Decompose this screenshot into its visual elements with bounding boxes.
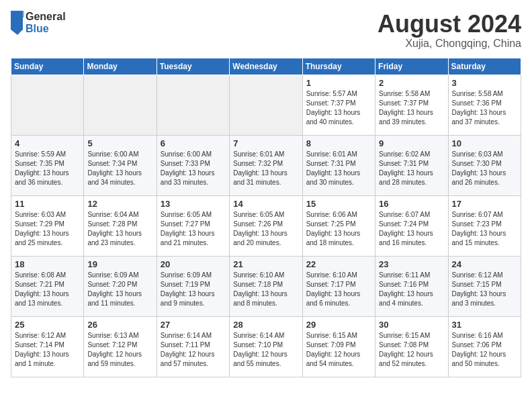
calendar-week-5: 25Sunrise: 6:12 AM Sunset: 7:14 PM Dayli… xyxy=(11,316,521,377)
calendar-cell: 31Sunrise: 6:16 AM Sunset: 7:06 PM Dayli… xyxy=(448,316,521,377)
logo: General Blue xyxy=(11,11,66,35)
day-info: Sunrise: 5:58 AM Sunset: 7:36 PM Dayligh… xyxy=(452,89,517,127)
day-number: 18 xyxy=(15,259,80,269)
day-number: 14 xyxy=(233,199,298,209)
weekday-header-friday: Friday xyxy=(375,58,448,75)
calendar-week-4: 18Sunrise: 6:08 AM Sunset: 7:21 PM Dayli… xyxy=(11,256,521,316)
day-number: 2 xyxy=(379,78,444,88)
calendar-cell: 26Sunrise: 6:13 AM Sunset: 7:12 PM Dayli… xyxy=(84,316,157,377)
day-info: Sunrise: 6:05 AM Sunset: 7:27 PM Dayligh… xyxy=(161,210,226,248)
day-number: 24 xyxy=(452,259,517,269)
calendar-cell: 6Sunrise: 6:00 AM Sunset: 7:33 PM Daylig… xyxy=(157,135,229,195)
calendar-cell: 1Sunrise: 5:57 AM Sunset: 7:37 PM Daylig… xyxy=(302,75,375,135)
calendar-cell: 18Sunrise: 6:08 AM Sunset: 7:21 PM Dayli… xyxy=(11,256,84,316)
day-info: Sunrise: 6:01 AM Sunset: 7:32 PM Dayligh… xyxy=(233,150,298,187)
day-info: Sunrise: 6:04 AM Sunset: 7:28 PM Dayligh… xyxy=(87,210,152,248)
calendar-cell: 8Sunrise: 6:01 AM Sunset: 7:31 PM Daylig… xyxy=(302,135,375,195)
calendar-cell: 13Sunrise: 6:05 AM Sunset: 7:27 PM Dayli… xyxy=(157,195,229,256)
calendar-cell xyxy=(230,75,302,135)
day-info: Sunrise: 6:09 AM Sunset: 7:19 PM Dayligh… xyxy=(161,271,226,308)
calendar-cell: 20Sunrise: 6:09 AM Sunset: 7:19 PM Dayli… xyxy=(157,256,229,316)
weekday-header-thursday: Thursday xyxy=(302,58,375,75)
day-number: 10 xyxy=(452,138,517,148)
calendar-cell: 2Sunrise: 5:58 AM Sunset: 7:37 PM Daylig… xyxy=(375,75,448,135)
day-info: Sunrise: 6:12 AM Sunset: 7:14 PM Dayligh… xyxy=(15,331,80,369)
calendar-cell: 15Sunrise: 6:06 AM Sunset: 7:25 PM Dayli… xyxy=(302,195,375,256)
calendar-cell: 10Sunrise: 6:03 AM Sunset: 7:30 PM Dayli… xyxy=(448,135,521,195)
day-info: Sunrise: 6:07 AM Sunset: 7:23 PM Dayligh… xyxy=(452,210,517,248)
weekday-header-wednesday: Wednesday xyxy=(230,58,302,75)
calendar-cell: 22Sunrise: 6:10 AM Sunset: 7:17 PM Dayli… xyxy=(302,256,375,316)
day-number: 13 xyxy=(161,199,226,209)
day-info: Sunrise: 6:15 AM Sunset: 7:08 PM Dayligh… xyxy=(379,331,444,369)
calendar-cell: 19Sunrise: 6:09 AM Sunset: 7:20 PM Dayli… xyxy=(84,256,157,316)
calendar-body: 1Sunrise: 5:57 AM Sunset: 7:37 PM Daylig… xyxy=(11,75,521,377)
day-number: 12 xyxy=(87,199,152,209)
calendar-cell: 28Sunrise: 6:14 AM Sunset: 7:10 PM Dayli… xyxy=(230,316,302,377)
weekday-header-monday: Monday xyxy=(84,58,157,75)
logo-general: General xyxy=(26,11,66,23)
day-info: Sunrise: 5:58 AM Sunset: 7:37 PM Dayligh… xyxy=(379,89,444,127)
day-number: 31 xyxy=(452,320,517,330)
day-number: 20 xyxy=(161,259,226,269)
calendar-cell: 23Sunrise: 6:11 AM Sunset: 7:16 PM Dayli… xyxy=(375,256,448,316)
svg-marker-1 xyxy=(19,11,24,17)
calendar-cell: 30Sunrise: 6:15 AM Sunset: 7:08 PM Dayli… xyxy=(375,316,448,377)
location: Xujia, Chongqing, China xyxy=(378,38,521,50)
calendar-cell xyxy=(11,75,84,135)
calendar-cell: 17Sunrise: 6:07 AM Sunset: 7:23 PM Dayli… xyxy=(448,195,521,256)
day-info: Sunrise: 6:09 AM Sunset: 7:20 PM Dayligh… xyxy=(87,271,152,308)
day-number: 30 xyxy=(379,320,444,330)
day-info: Sunrise: 6:14 AM Sunset: 7:11 PM Dayligh… xyxy=(161,331,226,369)
day-number: 8 xyxy=(306,138,371,148)
calendar-cell: 16Sunrise: 6:07 AM Sunset: 7:24 PM Dayli… xyxy=(375,195,448,256)
day-info: Sunrise: 6:15 AM Sunset: 7:09 PM Dayligh… xyxy=(306,331,371,369)
day-info: Sunrise: 6:05 AM Sunset: 7:26 PM Dayligh… xyxy=(233,210,298,248)
calendar-cell: 5Sunrise: 6:00 AM Sunset: 7:34 PM Daylig… xyxy=(84,135,157,195)
weekday-header-sunday: Sunday xyxy=(11,58,84,75)
day-info: Sunrise: 6:16 AM Sunset: 7:06 PM Dayligh… xyxy=(452,331,517,369)
day-info: Sunrise: 5:57 AM Sunset: 7:37 PM Dayligh… xyxy=(306,89,371,127)
day-info: Sunrise: 6:03 AM Sunset: 7:30 PM Dayligh… xyxy=(452,150,517,187)
day-number: 9 xyxy=(379,138,444,148)
calendar-week-3: 11Sunrise: 6:03 AM Sunset: 7:29 PM Dayli… xyxy=(11,195,521,256)
month-title: August 2024 xyxy=(378,11,521,38)
day-number: 21 xyxy=(233,259,298,269)
day-info: Sunrise: 6:10 AM Sunset: 7:17 PM Dayligh… xyxy=(306,271,371,308)
day-number: 16 xyxy=(379,199,444,209)
calendar-cell: 9Sunrise: 6:02 AM Sunset: 7:31 PM Daylig… xyxy=(375,135,448,195)
calendar-cell xyxy=(157,75,229,135)
day-info: Sunrise: 6:08 AM Sunset: 7:21 PM Dayligh… xyxy=(15,271,80,308)
calendar-cell: 12Sunrise: 6:04 AM Sunset: 7:28 PM Dayli… xyxy=(84,195,157,256)
day-info: Sunrise: 6:12 AM Sunset: 7:15 PM Dayligh… xyxy=(452,271,517,308)
day-info: Sunrise: 5:59 AM Sunset: 7:35 PM Dayligh… xyxy=(15,150,80,187)
page-header: General Blue August 2024 Xujia, Chongqin… xyxy=(11,11,521,50)
title-block: August 2024 Xujia, Chongqing, China xyxy=(378,11,521,50)
day-number: 3 xyxy=(452,78,517,88)
calendar-table: SundayMondayTuesdayWednesdayThursdayFrid… xyxy=(11,58,521,377)
day-number: 26 xyxy=(87,320,152,330)
day-number: 5 xyxy=(87,138,152,148)
calendar-cell: 27Sunrise: 6:14 AM Sunset: 7:11 PM Dayli… xyxy=(157,316,229,377)
day-number: 25 xyxy=(15,320,80,330)
day-info: Sunrise: 6:02 AM Sunset: 7:31 PM Dayligh… xyxy=(379,150,444,187)
day-info: Sunrise: 6:06 AM Sunset: 7:25 PM Dayligh… xyxy=(306,210,371,248)
day-number: 19 xyxy=(87,259,152,269)
calendar-cell: 25Sunrise: 6:12 AM Sunset: 7:14 PM Dayli… xyxy=(11,316,84,377)
weekday-header-tuesday: Tuesday xyxy=(157,58,229,75)
day-info: Sunrise: 6:11 AM Sunset: 7:16 PM Dayligh… xyxy=(379,271,444,308)
calendar-cell: 24Sunrise: 6:12 AM Sunset: 7:15 PM Dayli… xyxy=(448,256,521,316)
calendar-cell: 11Sunrise: 6:03 AM Sunset: 7:29 PM Dayli… xyxy=(11,195,84,256)
day-info: Sunrise: 6:07 AM Sunset: 7:24 PM Dayligh… xyxy=(379,210,444,248)
calendar-cell: 21Sunrise: 6:10 AM Sunset: 7:18 PM Dayli… xyxy=(230,256,302,316)
day-info: Sunrise: 6:00 AM Sunset: 7:33 PM Dayligh… xyxy=(161,150,226,187)
day-info: Sunrise: 6:03 AM Sunset: 7:29 PM Dayligh… xyxy=(15,210,80,248)
calendar-cell: 29Sunrise: 6:15 AM Sunset: 7:09 PM Dayli… xyxy=(302,316,375,377)
day-number: 11 xyxy=(15,199,80,209)
day-number: 29 xyxy=(306,320,371,330)
day-number: 7 xyxy=(233,138,298,148)
calendar-week-2: 4Sunrise: 5:59 AM Sunset: 7:35 PM Daylig… xyxy=(11,135,521,195)
calendar-cell: 14Sunrise: 6:05 AM Sunset: 7:26 PM Dayli… xyxy=(230,195,302,256)
logo-shape-icon xyxy=(11,11,24,35)
day-number: 27 xyxy=(161,320,226,330)
